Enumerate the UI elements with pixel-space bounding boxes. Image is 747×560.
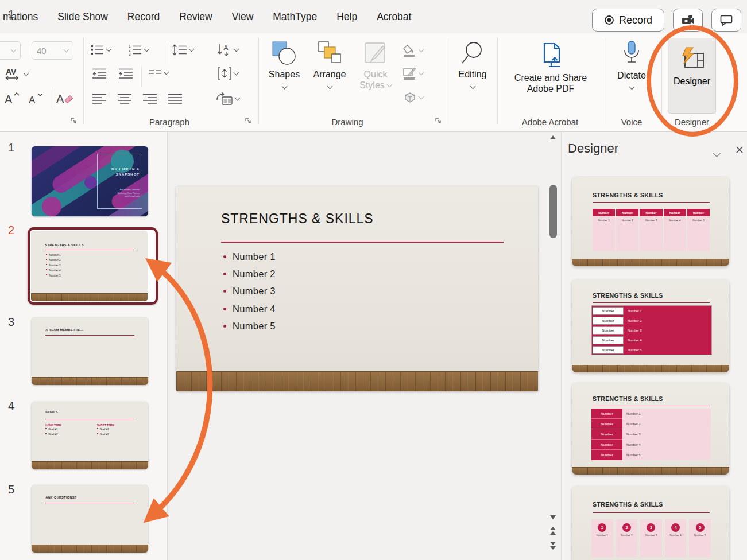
card3-box-label: Number: [591, 429, 622, 440]
vertical-scrollbar[interactable]: [546, 132, 561, 560]
camera-icon: [682, 15, 694, 25]
chevron-down-icon: [470, 84, 475, 90]
align-right-button[interactable]: [142, 93, 157, 104]
justify-button[interactable]: [168, 93, 183, 104]
thumb4-goal: Goal #1: [45, 427, 61, 432]
shape-outline-button[interactable]: [402, 67, 423, 80]
arrange-button[interactable]: Arrange: [310, 40, 349, 88]
scrollbar-thumb[interactable]: [549, 185, 557, 238]
thumbnail-slide-5[interactable]: ANY QUESTIONS?: [32, 485, 148, 553]
card3-item: Number 4: [622, 443, 711, 446]
card2-box-label: Number: [593, 326, 624, 335]
design-suggestion-card-2[interactable]: STRENGTHS & SKILLS NumberNumber 1 Number…: [572, 279, 729, 372]
line-spacing-button[interactable]: [172, 44, 193, 56]
bullet-dot: [223, 325, 226, 328]
menu-bar: mations Slide Show Record Review View Ma…: [0, 0, 747, 33]
card2-item: Number 3: [624, 329, 711, 332]
close-icon: [736, 146, 744, 154]
design-suggestion-card-1[interactable]: STRENGTHS & SKILLS Number Number 1 Numbe…: [572, 177, 729, 266]
thumbnail-slide-3[interactable]: A TEAM MEMBER IS...: [32, 317, 148, 385]
designer-button[interactable]: Designer: [668, 38, 716, 114]
menu-tab-slide-show[interactable]: Slide Show: [48, 11, 118, 23]
slide-bullet[interactable]: Number 2: [233, 269, 276, 279]
sort-text-button[interactable]: A: [217, 42, 238, 57]
comments-button[interactable]: [711, 9, 741, 32]
camera-button[interactable]: [673, 9, 703, 32]
title-slide-heading-line2: SNAPSHOT: [98, 172, 140, 177]
slide-bullet[interactable]: Number 5: [233, 321, 276, 332]
shape-fill-button[interactable]: [402, 44, 423, 57]
current-slide-canvas[interactable]: STRENGTHS & SKILLS Number 1 Number 2 Num…: [176, 186, 538, 391]
menu-tab-view[interactable]: View: [222, 11, 264, 23]
designer-panel-close-button[interactable]: [736, 146, 744, 156]
scroll-down-arrow[interactable]: [550, 515, 556, 519]
create-share-pdf-button[interactable]: Create and Share Adobe PDF: [505, 41, 596, 94]
card3-item: Number 2: [622, 422, 711, 426]
svg-text:A: A: [29, 95, 36, 106]
design-suggestion-card-4[interactable]: STRENGTHS & SKILLS 1 Number 1 2 Number 2…: [572, 486, 729, 560]
card1-header-cell: Number: [616, 209, 638, 216]
card4-item: Number 4: [665, 534, 687, 537]
thumb2-bullet: Number 1: [46, 252, 60, 258]
thumb2-bullet: Number 2: [46, 258, 60, 263]
drawing-dialog-launcher[interactable]: [435, 116, 443, 125]
slide-bullet[interactable]: Number 3: [233, 286, 276, 297]
editing-button[interactable]: Editing: [454, 40, 491, 88]
slide-bullet[interactable]: Number 4: [233, 304, 276, 314]
grow-font-button[interactable]: A: [3, 91, 20, 107]
align-left-button[interactable]: [92, 93, 107, 104]
character-spacing-button[interactable]: AV: [5, 67, 28, 81]
thumbnail-slide-1[interactable]: MY LIFE IN A SNAPSHOT Ann Rhodes Johnson…: [32, 146, 148, 216]
thumb2-bullet: Number 3: [46, 263, 60, 268]
arrange-icon: [316, 40, 343, 67]
card1-cell: Number 1: [593, 217, 615, 251]
scroll-up-arrow[interactable]: [550, 135, 556, 139]
decrease-indent-icon: [92, 68, 107, 79]
decrease-indent-button[interactable]: [92, 68, 107, 79]
convert-to-smartart-button[interactable]: [216, 92, 239, 106]
thumbnail-slide-4[interactable]: GOALS LONG TERM Goal #1 Goal #2 SHORT TE…: [32, 402, 148, 469]
chevron-down-icon: [235, 95, 241, 101]
menu-tab-help[interactable]: Help: [327, 11, 367, 23]
increase-indent-button[interactable]: [118, 68, 133, 79]
menu-tab-review[interactable]: Review: [169, 11, 222, 23]
align-center-button[interactable]: [117, 93, 132, 104]
shapes-button[interactable]: Shapes: [265, 40, 303, 88]
menu-tab-animations[interactable]: mations: [0, 11, 48, 23]
shrink-font-button[interactable]: A: [28, 91, 44, 107]
menu-tab-mathtype[interactable]: MathType: [263, 11, 327, 23]
slide-bullet[interactable]: Number 1: [233, 251, 276, 262]
font-size-dropdown[interactable]: 40: [32, 41, 73, 60]
slide-title[interactable]: STRENGTHS & SKILLS: [221, 211, 374, 227]
card3-box-label: Number: [591, 440, 622, 450]
menu-tab-record[interactable]: Record: [118, 11, 169, 23]
shapes-icon: [271, 40, 297, 67]
bullets-button[interactable]: [91, 44, 111, 56]
align-text-button[interactable]: [217, 67, 238, 80]
paragraph-dialog-launcher[interactable]: [245, 116, 253, 125]
next-slide-button[interactable]: [550, 542, 556, 550]
numbering-button[interactable]: 123: [129, 44, 149, 56]
record-button[interactable]: Record: [592, 9, 664, 32]
thumbnail-slide-2-selected[interactable]: STRENGTHS & SKILLS Number 1 Number 2 Num…: [28, 227, 158, 305]
chevron-down-icon: [713, 150, 721, 157]
card1-cell: Number 2: [616, 217, 638, 251]
dictate-button[interactable]: Dictate: [612, 40, 651, 89]
clear-formatting-button[interactable]: A: [55, 90, 73, 107]
character-spacing-icon: AV: [5, 67, 22, 81]
thumb2-bullet: Number 5: [46, 273, 60, 278]
card3-box-label: Number: [591, 419, 622, 429]
columns-button[interactable]: [148, 68, 168, 78]
menu-tab-acrobat[interactable]: Acrobat: [367, 11, 421, 23]
slide-number: 3: [8, 316, 22, 329]
chevron-down-icon: [234, 70, 239, 76]
previous-slide-button[interactable]: [550, 527, 556, 535]
design-suggestion-card-3[interactable]: STRENGTHS & SKILLS NumberNumber 1 Number…: [572, 383, 729, 475]
font-name-dropdown[interactable]: [0, 41, 21, 60]
chevron-down-icon: [629, 84, 634, 90]
font-dialog-launcher[interactable]: [70, 116, 78, 125]
quick-styles-button[interactable]: Quick Styles: [355, 40, 396, 91]
card4-title: STRENGTHS & SKILLS: [593, 501, 663, 508]
designer-panel-collapse-button[interactable]: [714, 148, 719, 158]
shape-effects-button[interactable]: [402, 91, 423, 104]
